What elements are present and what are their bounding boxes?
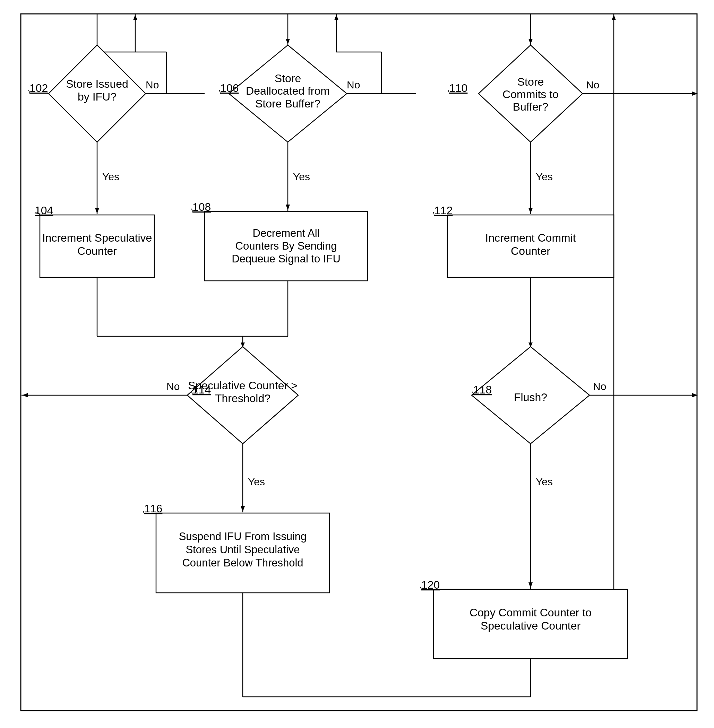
svg-text:No: No xyxy=(593,380,606,392)
svg-text:Counters By Sending: Counters By Sending xyxy=(236,240,337,252)
svg-text:Yes: Yes xyxy=(293,171,310,182)
svg-text:No: No xyxy=(586,79,599,90)
svg-text:Yes: Yes xyxy=(536,476,553,487)
svg-marker-6 xyxy=(528,39,532,44)
svg-marker-18 xyxy=(528,208,532,214)
ref-116: 116 xyxy=(144,502,162,515)
ref-112: 112 xyxy=(434,204,453,217)
diamond-106-text: Store xyxy=(274,72,301,85)
svg-text:Yes: Yes xyxy=(536,171,553,182)
diamond-110-text: Store xyxy=(518,76,544,88)
diamond-102-text: Store Issued xyxy=(66,78,128,90)
svg-marker-4 xyxy=(286,39,290,44)
box-120-text: Copy Commit Counter to xyxy=(470,606,592,619)
svg-marker-13 xyxy=(286,205,290,210)
box-104-text: Increment Speculative xyxy=(42,232,152,244)
ref-120: 120 xyxy=(422,578,440,591)
svg-text:Dequeue Signal to IFU: Dequeue Signal to IFU xyxy=(232,253,340,265)
svg-marker-35 xyxy=(241,506,245,512)
svg-text:Speculative Counter: Speculative Counter xyxy=(481,620,581,632)
svg-text:No: No xyxy=(166,380,180,392)
ref-104: 104 xyxy=(34,204,53,217)
ref-114: 114 xyxy=(192,383,211,396)
diamond-118-text: Flush? xyxy=(514,391,547,403)
svg-text:Deallocated from: Deallocated from xyxy=(246,85,330,97)
svg-text:Counter Below Threshold: Counter Below Threshold xyxy=(182,557,303,569)
box-116-text: Suspend IFU From Issuing xyxy=(179,530,307,542)
svg-marker-32 xyxy=(22,393,28,397)
ref-110: 110 xyxy=(449,82,468,94)
svg-text:Yes: Yes xyxy=(102,171,119,182)
svg-text:Commits to: Commits to xyxy=(502,88,559,100)
svg-marker-48 xyxy=(612,15,616,20)
ref-106: 106 xyxy=(220,82,238,94)
ref-118: 118 xyxy=(473,383,492,396)
svg-text:Counter: Counter xyxy=(77,245,117,257)
diamond-102-text2: by IFU? xyxy=(78,90,117,103)
svg-text:Threshold?: Threshold? xyxy=(215,392,270,404)
box-108-text: Decrement All xyxy=(253,227,320,239)
svg-text:No: No xyxy=(146,79,159,90)
box-112-text: Increment Commit xyxy=(485,232,576,244)
svg-text:Store Buffer?: Store Buffer? xyxy=(255,97,320,110)
svg-marker-56 xyxy=(334,15,339,20)
svg-marker-51 xyxy=(133,15,137,20)
svg-marker-8 xyxy=(95,208,99,214)
svg-text:Stores Until Speculative: Stores Until Speculative xyxy=(186,544,300,556)
ref-102: 102 xyxy=(30,82,48,94)
svg-text:Yes: Yes xyxy=(248,476,265,487)
flowchart-container: Yes No Yes No Yes No xyxy=(0,0,714,728)
svg-marker-41 xyxy=(528,583,532,588)
svg-text:Buffer?: Buffer? xyxy=(513,100,549,113)
ref-108: 108 xyxy=(192,201,211,213)
svg-text:No: No xyxy=(347,79,360,90)
svg-text:Counter: Counter xyxy=(511,245,550,257)
